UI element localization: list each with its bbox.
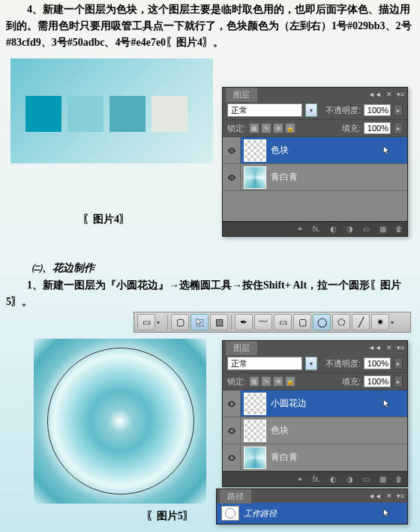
mask-icon[interactable]: ◐ bbox=[328, 224, 338, 235]
lock-transparency-icon[interactable]: ▦ bbox=[249, 376, 260, 387]
fill-label: 填充: bbox=[342, 376, 361, 387]
fx-icon[interactable]: fx. bbox=[311, 474, 322, 485]
fill-pixels-icon[interactable]: ▨ bbox=[210, 314, 228, 330]
line-icon[interactable]: ╱ bbox=[352, 314, 370, 330]
path-thumb bbox=[221, 506, 239, 521]
panel-tabrow: 路径 ◄◄ ✕ ▾≡ bbox=[217, 489, 407, 503]
opacity-label: 不透明度: bbox=[326, 358, 361, 369]
layer-name: 色块 bbox=[271, 424, 289, 437]
panel-collapse-icon[interactable]: ◄◄ bbox=[368, 492, 382, 500]
polygon-icon[interactable]: ⬠ bbox=[332, 314, 350, 330]
link-icon[interactable]: ⚭ bbox=[295, 224, 305, 235]
shape-mode-dropdown[interactable]: ▾ bbox=[157, 319, 164, 326]
swatch-3 bbox=[110, 96, 146, 132]
rounded-rect-icon[interactable]: ▢ bbox=[293, 314, 311, 330]
svg-point-0 bbox=[230, 149, 232, 151]
shape-layers-icon[interactable]: ▢ bbox=[171, 314, 189, 330]
lock-position-icon[interactable]: ✥ bbox=[273, 376, 284, 387]
visibility-icon[interactable] bbox=[226, 399, 237, 409]
lock-pixels-icon[interactable]: ✎ bbox=[261, 376, 272, 387]
visibility-icon[interactable] bbox=[226, 172, 237, 183]
layers-panel-2: 图层 ◄◄ ✕ ▾≡ 正常 ▾ 不透明度: 100% ▸ 锁定: ▦ ✎ ✥ 🔒… bbox=[222, 340, 408, 487]
adjustment-icon[interactable]: ◑ bbox=[344, 224, 355, 235]
image5-label: 〖图片5〗 bbox=[146, 510, 194, 523]
panel-menu-icon[interactable]: ▾≡ bbox=[397, 91, 404, 98]
blend-mode-select[interactable]: 正常 bbox=[227, 103, 302, 117]
opacity-input[interactable]: 100% bbox=[364, 357, 391, 369]
opacity-input[interactable]: 100% bbox=[364, 104, 391, 116]
visibility-icon[interactable] bbox=[226, 426, 237, 436]
layer-qingbaiqing[interactable]: 青白青 bbox=[223, 164, 407, 191]
fill-input[interactable]: 100% bbox=[364, 122, 391, 134]
new-layer-icon[interactable]: ▦ bbox=[377, 224, 388, 235]
tab-layers[interactable]: 图层 bbox=[226, 341, 257, 355]
cursor-icon bbox=[382, 399, 392, 409]
swatch-1 bbox=[26, 96, 62, 132]
trash-icon[interactable]: 🗑 bbox=[394, 474, 404, 485]
folder-icon[interactable]: ▭ bbox=[361, 474, 371, 485]
layers-panel-1: 图层 ◄◄ ✕ ▾≡ 正常 ▾ 不透明度: 100% ▸ 锁定: ▦ ✎ ✥ 🔒… bbox=[222, 87, 408, 237]
lock-pixels-icon[interactable]: ✎ bbox=[261, 123, 272, 133]
panel-tabrow: 图层 ◄◄ ✕ ▾≡ bbox=[223, 88, 407, 101]
path-workpath[interactable]: 工作路径 bbox=[217, 503, 407, 524]
link-icon[interactable]: ⚭ bbox=[295, 474, 305, 485]
panel-menu-icon[interactable]: ▾≡ bbox=[397, 492, 404, 500]
layer-xiaoyuanhuabian[interactable]: 小圆花边 bbox=[223, 390, 407, 417]
layer-thumb bbox=[244, 166, 266, 189]
trash-icon[interactable]: 🗑 bbox=[394, 224, 404, 235]
cursor-icon bbox=[382, 145, 392, 156]
cursor-icon bbox=[382, 508, 392, 519]
panel-close-icon[interactable]: ✕ bbox=[386, 344, 392, 351]
lock-label: 锁定: bbox=[227, 123, 246, 134]
tab-layers[interactable]: 图层 bbox=[226, 88, 257, 102]
lock-position-icon[interactable]: ✥ bbox=[273, 123, 284, 133]
opacity-arrow-icon[interactable]: ▸ bbox=[394, 357, 403, 369]
freeform-pen-icon[interactable]: 〰 bbox=[254, 314, 272, 330]
layer-thumb bbox=[244, 447, 266, 469]
ellipse-icon[interactable]: ◯ bbox=[313, 314, 331, 330]
fill-arrow-icon[interactable]: ▸ bbox=[394, 122, 403, 134]
layer-thumb bbox=[244, 420, 266, 442]
custom-shape-icon[interactable]: ✷ bbox=[371, 314, 389, 330]
blend-dropdown-icon[interactable]: ▾ bbox=[305, 357, 317, 370]
visibility-icon[interactable] bbox=[226, 453, 237, 463]
mask-icon[interactable]: ◐ bbox=[328, 474, 338, 485]
panel-menu-icon[interactable]: ▾≡ bbox=[397, 344, 404, 351]
visibility-icon[interactable] bbox=[226, 145, 237, 156]
circle-path bbox=[47, 348, 194, 495]
shape-options-dropdown[interactable]: ▾ bbox=[391, 319, 398, 326]
layer-name: 青白青 bbox=[271, 451, 298, 464]
lock-transparency-icon[interactable]: ▦ bbox=[249, 123, 260, 133]
layer-list: 色块 青白青 bbox=[223, 137, 407, 221]
rectangle-icon[interactable]: ▭ bbox=[274, 314, 292, 330]
tab-paths[interactable]: 路径 bbox=[220, 489, 251, 504]
panel-collapse-icon[interactable]: ◄◄ bbox=[368, 344, 382, 351]
panel-close-icon[interactable]: ✕ bbox=[386, 492, 392, 500]
paragraph-step1: 1、新建一图层为『小圆花边』→选椭圆工具→按住Shift+ Alt，拉一个圆形〖… bbox=[0, 276, 420, 312]
paths-icon[interactable]: ⬚ bbox=[190, 314, 208, 330]
panel-close-icon[interactable]: ✕ bbox=[386, 91, 392, 98]
lock-all-icon[interactable]: 🔒 bbox=[285, 123, 296, 133]
panel-footer: ⚭ fx. ◐ ◑ ▭ ▦ 🗑 bbox=[223, 221, 407, 236]
svg-point-1 bbox=[230, 176, 232, 178]
folder-icon[interactable]: ▭ bbox=[361, 224, 371, 235]
blend-dropdown-icon[interactable]: ▾ bbox=[305, 103, 317, 117]
fill-input[interactable]: 100% bbox=[364, 375, 391, 387]
shape-mode-btn[interactable]: ▭ bbox=[137, 314, 155, 330]
layer-thumb bbox=[244, 139, 266, 162]
layer-qingbaiqing[interactable]: 青白青 bbox=[223, 444, 407, 471]
panel-collapse-icon[interactable]: ◄◄ bbox=[368, 91, 382, 98]
layer-sekuai[interactable]: 色块 bbox=[223, 417, 407, 444]
new-layer-icon[interactable]: ▦ bbox=[377, 474, 388, 485]
blend-mode-select[interactable]: 正常 bbox=[227, 357, 302, 370]
opacity-arrow-icon[interactable]: ▸ bbox=[394, 104, 403, 116]
opacity-label: 不透明度: bbox=[326, 105, 361, 116]
layer-name: 色块 bbox=[271, 144, 289, 157]
lock-all-icon[interactable]: 🔒 bbox=[285, 376, 296, 387]
pen-icon[interactable]: ✒ bbox=[235, 314, 253, 330]
fill-arrow-icon[interactable]: ▸ bbox=[394, 375, 403, 387]
adjustment-icon[interactable]: ◑ bbox=[344, 474, 355, 485]
fx-icon[interactable]: fx. bbox=[311, 224, 322, 235]
layer-sekuai[interactable]: 色块 bbox=[223, 137, 407, 164]
image4-label: 〖图片4〗 bbox=[82, 213, 130, 226]
